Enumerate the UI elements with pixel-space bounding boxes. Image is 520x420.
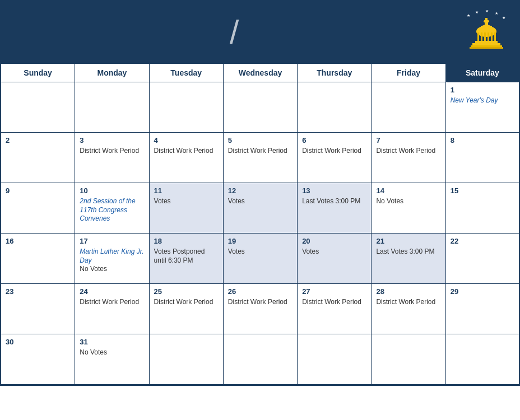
day-number: 15 bbox=[451, 186, 514, 195]
header-right-group: ★ ★ ★ ★ ★ bbox=[455, 10, 509, 55]
day-number: 2 bbox=[6, 136, 70, 144]
day-number: 5 bbox=[228, 136, 292, 144]
event-text: 2nd Session of the 117th Congress Conven… bbox=[80, 197, 144, 223]
day-number: 17 bbox=[80, 237, 144, 245]
day-header-wednesday: Wednesday bbox=[224, 64, 298, 82]
event-text: No Votes bbox=[80, 265, 144, 274]
day-number: 1 bbox=[451, 86, 514, 94]
day-number: 14 bbox=[376, 186, 440, 195]
cal-cell: 12Votes bbox=[224, 183, 298, 234]
cal-cell bbox=[1, 82, 75, 133]
event-text: No Votes bbox=[376, 197, 440, 206]
svg-rect-16 bbox=[491, 32, 493, 41]
cal-cell bbox=[298, 82, 372, 133]
cal-cell: 1New Year's Day bbox=[446, 82, 520, 133]
cal-cell: 3District Work Period bbox=[75, 133, 149, 183]
day-header-sunday: Sunday bbox=[1, 64, 75, 82]
svg-rect-20 bbox=[471, 45, 502, 47]
day-number: 13 bbox=[302, 186, 366, 195]
event-text: District Work Period bbox=[376, 298, 440, 307]
day-number: 4 bbox=[154, 136, 219, 144]
cal-cell: 14No Votes bbox=[372, 183, 445, 234]
svg-text:★: ★ bbox=[475, 10, 479, 14]
event-text: District Work Period bbox=[154, 298, 219, 307]
event-text: District Work Period bbox=[302, 147, 366, 156]
day-number: 20 bbox=[302, 237, 366, 245]
day-number: 12 bbox=[228, 186, 292, 195]
cal-cell bbox=[372, 82, 445, 133]
day-number: 3 bbox=[80, 136, 144, 144]
event-text: District Work Period bbox=[302, 298, 366, 307]
day-header-tuesday: Tuesday bbox=[150, 64, 224, 82]
day-number: 28 bbox=[376, 287, 440, 296]
svg-rect-19 bbox=[472, 43, 500, 45]
cal-cell: 5District Work Period bbox=[224, 133, 298, 183]
svg-rect-21 bbox=[470, 47, 503, 49]
cal-cell: 4District Work Period bbox=[150, 133, 224, 183]
cal-cell: 7District Work Period bbox=[372, 133, 445, 183]
cal-cell: 13Last Votes 3:00 PM bbox=[298, 183, 372, 234]
cal-cell bbox=[150, 334, 224, 385]
cal-cell: 28District Work Period bbox=[372, 284, 445, 334]
day-header-thursday: Thursday bbox=[298, 64, 372, 82]
day-number: 9 bbox=[6, 186, 70, 195]
event-text: District Work Period bbox=[228, 298, 292, 307]
svg-rect-14 bbox=[484, 32, 486, 41]
day-number: 18 bbox=[154, 237, 219, 245]
day-number: 11 bbox=[154, 186, 219, 195]
cal-cell: 25District Work Period bbox=[150, 284, 224, 334]
cal-cell bbox=[224, 82, 298, 133]
event-text: Votes bbox=[228, 197, 292, 206]
divider-slash: / bbox=[230, 16, 239, 49]
cal-cell: 9 bbox=[1, 183, 75, 234]
event-text: District Work Period bbox=[80, 147, 144, 156]
event-text: Votes bbox=[228, 248, 292, 256]
cal-cell: 15 bbox=[446, 183, 520, 234]
day-number: 30 bbox=[6, 338, 70, 346]
event-text: District Work Period bbox=[154, 147, 219, 156]
svg-text:★: ★ bbox=[495, 11, 498, 15]
cal-cell: 27District Work Period bbox=[298, 284, 372, 334]
cal-cell: 2 bbox=[1, 133, 75, 183]
cal-cell: 20Votes bbox=[298, 234, 372, 284]
day-number: 19 bbox=[228, 237, 292, 245]
svg-rect-17 bbox=[494, 32, 496, 41]
svg-text:★: ★ bbox=[467, 13, 470, 17]
day-number: 27 bbox=[302, 287, 366, 296]
svg-rect-15 bbox=[487, 32, 489, 41]
cal-cell bbox=[298, 334, 372, 385]
cal-cell: 24District Work Period bbox=[75, 284, 149, 334]
day-number: 24 bbox=[80, 287, 144, 296]
cal-cell bbox=[372, 334, 445, 385]
cal-cell: 19Votes bbox=[224, 234, 298, 284]
svg-text:★: ★ bbox=[485, 10, 489, 13]
event-text: Votes bbox=[302, 248, 366, 256]
event-text: New Year's Day bbox=[451, 96, 514, 105]
svg-rect-12 bbox=[477, 32, 479, 41]
cal-cell bbox=[75, 82, 149, 133]
header: / ★ ★ ★ ★ ★ bbox=[0, 0, 520, 63]
cal-cell: 22 bbox=[446, 234, 520, 284]
day-header-saturday: Saturday bbox=[446, 64, 520, 82]
cal-cell bbox=[150, 82, 224, 133]
event-text: District Work Period bbox=[228, 147, 292, 156]
day-number: 26 bbox=[228, 287, 292, 296]
day-number: 16 bbox=[6, 237, 70, 245]
event-text: Last Votes 3:00 PM bbox=[302, 197, 366, 206]
capitol-svg: ★ ★ ★ ★ ★ bbox=[464, 10, 509, 55]
day-number: 25 bbox=[154, 287, 219, 296]
day-number: 7 bbox=[376, 136, 440, 144]
day-number: 21 bbox=[376, 237, 440, 245]
page-wrapper: / ★ ★ ★ ★ ★ bbox=[0, 0, 520, 386]
event-text: Votes Postponed until 6:30 PM bbox=[154, 248, 219, 265]
cal-cell: 18Votes Postponed until 6:30 PM bbox=[150, 234, 224, 284]
cal-cell: 26District Work Period bbox=[224, 284, 298, 334]
cal-cell: 17Martin Luther King Jr. DayNo Votes bbox=[75, 234, 149, 284]
day-number: 23 bbox=[6, 287, 70, 296]
day-header-monday: Monday bbox=[75, 64, 149, 82]
cal-cell: 30 bbox=[1, 334, 75, 385]
day-number: 6 bbox=[302, 136, 366, 144]
calendar-body: 1New Year's Day23District Work Period4Di… bbox=[1, 82, 520, 385]
event-text: Martin Luther King Jr. Day bbox=[80, 248, 144, 265]
event-text: District Work Period bbox=[376, 147, 440, 156]
